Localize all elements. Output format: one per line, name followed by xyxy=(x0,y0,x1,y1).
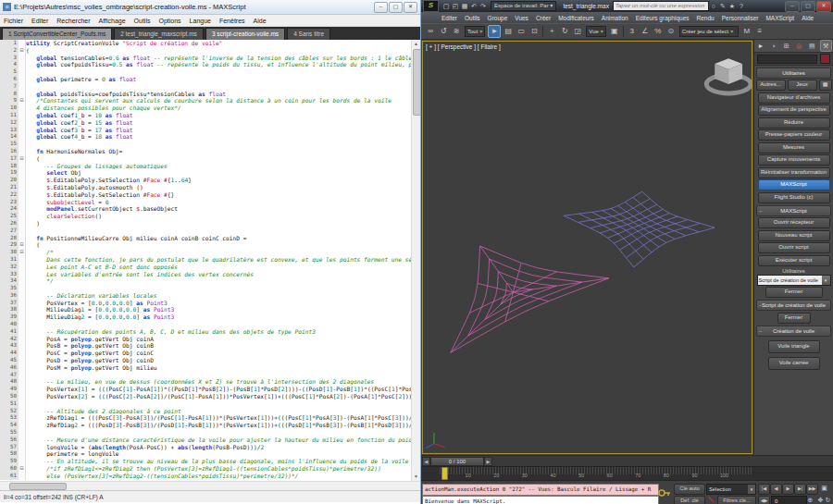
max-menu-item[interactable]: Personnaliser xyxy=(722,15,759,21)
code-line[interactable]: 26 ) xyxy=(0,220,420,227)
code-line[interactable]: 18 -- Groupes de lissages automatiques xyxy=(0,163,420,170)
pencil-icon[interactable]: ✎ xyxy=(718,3,727,10)
help-icon[interactable]: ? xyxy=(737,3,746,9)
code-line[interactable]: 39 MilieuDiag2 = [0.0,0.0,0.0] as Point3 xyxy=(0,313,420,321)
window-crossing-icon[interactable]: ⊡ xyxy=(528,26,540,37)
editor-menu-item[interactable]: Aide xyxy=(254,18,267,24)
max-menu-item[interactable]: MAXScript xyxy=(765,15,794,21)
sail-button-voile-carr-e[interactable]: Voile carrée xyxy=(768,357,820,370)
editor-tab[interactable]: 3 script-creation-voile.ms xyxy=(205,28,285,40)
code-line[interactable]: 9⊟ /*Constantes qui servent aux calculs … xyxy=(0,97,420,104)
rollout-header[interactable]: −MAXScript xyxy=(756,205,831,216)
code-line[interactable]: 56 -- Mesure d'une distance caractéristi… xyxy=(0,436,420,444)
named-selection-dropdown[interactable]: Créer jeu de sélect▾ xyxy=(679,26,739,37)
collapse-icon[interactable]: − xyxy=(759,206,763,215)
code-line[interactable]: 47 xyxy=(0,372,420,379)
code-line[interactable]: 20 $.EditablePoly.SetSelection #Face #{1… xyxy=(0,177,420,184)
code-line[interactable]: 44 PosC = polyop.getVert Obj coinC xyxy=(0,350,420,357)
redo-icon[interactable]: ↷ xyxy=(479,3,488,10)
square-sail-wireframe[interactable] xyxy=(564,191,715,267)
key-filters-button[interactable]: Filtres clé... xyxy=(717,496,756,504)
scale-icon[interactable]: ◲ xyxy=(572,26,583,37)
code-line[interactable]: 34 */ xyxy=(0,277,420,285)
vertical-scroll-thumb[interactable] xyxy=(413,49,420,116)
code-line[interactable]: 23 subobjectLevel = 0 xyxy=(0,199,420,206)
max-titlebar[interactable]: S ▢ ◰ ▦ ↶ ↷ Espace de travail: Par ▾ tes… xyxy=(421,0,833,12)
current-frame-field[interactable]: 0 xyxy=(771,496,807,504)
editor-menu-item[interactable]: Rechercher xyxy=(56,18,90,24)
code-line[interactable]: 48 -- Le milieu, en vue de dessus (coord… xyxy=(0,378,420,386)
editor-menu-item[interactable]: Options xyxy=(158,18,180,24)
code-line[interactable]: 29⊟ ( xyxy=(0,241,420,249)
max-menu-item[interactable]: Editer xyxy=(441,15,457,21)
code-line[interactable]: 2⊟( xyxy=(0,47,420,55)
angle-snap-icon[interactable]: ∠ xyxy=(640,26,651,37)
rollout-header[interactable]: −Script de création de voile xyxy=(756,300,831,311)
maxscript-button[interactable]: Exécuter script xyxy=(758,255,830,266)
close-utility-button[interactable]: Fermer xyxy=(765,287,823,298)
move-icon[interactable]: + xyxy=(546,26,557,37)
rect-selection-icon[interactable]: ▭ xyxy=(516,26,527,37)
maxscript-mini-listener-line1[interactable]: actionMan.executeAction 0 "272" -- Vues:… xyxy=(422,484,659,496)
code-line[interactable]: 57 longVoile = (abs(length(PosA-PosC)) +… xyxy=(0,444,420,451)
code-line[interactable]: 61 else (PosVertex[3]=zRefDiag2-((tensio… xyxy=(0,473,420,480)
max-menu-item[interactable]: Créer xyxy=(536,15,551,21)
utility-button-flight-studio-c-[interactable]: Flight Studio (c) xyxy=(758,192,830,203)
code-line[interactable]: 55 xyxy=(0,429,420,436)
utility-button-maxscript[interactable]: MAXScript xyxy=(758,179,830,191)
editor-menu-item[interactable]: Outils xyxy=(134,18,151,24)
max-menu-item[interactable]: Modificateurs xyxy=(558,15,594,21)
editor-restore-button[interactable]: ▢ xyxy=(389,2,403,13)
code-line[interactable]: 60⊟ /*if zRefDiag1<=zRefDiag2 then (PosV… xyxy=(0,465,420,473)
scroll-up-icon[interactable]: ▲ xyxy=(412,40,420,48)
maxscript-mini-listener-line2[interactable]: Bienvenue dans MAXScript. xyxy=(422,496,659,504)
rollout-header[interactable]: −Création de voile xyxy=(756,326,831,337)
editor-menu-item[interactable]: Langue xyxy=(190,18,211,24)
code-line[interactable]: 51 xyxy=(0,400,420,408)
code-line[interactable]: 15 xyxy=(0,141,420,148)
star-icon[interactable]: ★ xyxy=(727,3,737,10)
code-line[interactable]: 5 xyxy=(0,68,420,76)
zoom-icon[interactable]: ⊕ xyxy=(805,496,815,504)
utility-button-alignement-de-perspective[interactable]: Alignement de perspective xyxy=(758,104,830,116)
key-filters-slash-icon[interactable]: ⟍ xyxy=(706,496,715,504)
code-line[interactable]: 53 zRefDiag1 = (((PosC[3]-PosA[3])/(PosC… xyxy=(0,414,420,422)
time-slider-button[interactable]: 0 / 100 xyxy=(430,457,484,466)
code-line[interactable]: 11 global coef1_b = 10 as float xyxy=(0,112,420,119)
set-key-button[interactable]: Déf. clé xyxy=(674,496,705,504)
code-line[interactable]: 25 clearSelection() xyxy=(0,213,420,220)
code-line[interactable]: 22 $.EditablePoly.SetSelection #Face #{} xyxy=(0,191,420,199)
code-line[interactable]: 52 -- Altitude des 2 diagonales à ce poi… xyxy=(0,408,420,415)
code-line[interactable]: 58 perimetre = longVoile xyxy=(0,450,420,458)
maxscript-button[interactable]: Ouvrir script xyxy=(758,242,830,253)
max-minimize-button[interactable]: – xyxy=(785,1,800,12)
workspace-dropdown[interactable]: Espace de travail: Par ▾ xyxy=(491,1,556,11)
tab-display-icon[interactable]: ▤ xyxy=(807,41,817,51)
close-script-button[interactable]: Fermer xyxy=(777,313,811,324)
code-line[interactable]: 37 PosVertex = [0.0,0.0,0.0] as Point3 xyxy=(0,300,420,307)
code-line[interactable]: 6 global perimetre = 0 as float xyxy=(0,76,420,83)
spinner-snap-icon[interactable]: ⊙ xyxy=(665,26,677,37)
isolate-icon[interactable]: ▣ xyxy=(819,484,829,493)
code-line[interactable]: 19 select Obj xyxy=(0,169,420,177)
percent-snap-icon[interactable]: % xyxy=(653,26,664,37)
editor-minimize-button[interactable]: – xyxy=(374,2,388,13)
editor-menu-item[interactable]: Fenêtres xyxy=(219,18,245,24)
triangle-sail-wireframe[interactable] xyxy=(451,246,609,352)
max-menu-item[interactable]: Rendu xyxy=(697,15,715,21)
perspective-viewport[interactable]: [ + ] [ Perspective ] [ Filaire ] xyxy=(422,41,752,454)
editor-menu-item[interactable]: Affichage xyxy=(99,18,126,24)
utility-button-mesures[interactable]: Mesures xyxy=(758,142,830,154)
utility-config-icon[interactable]: ▦ xyxy=(819,80,832,91)
next-frame-icon[interactable]: ▶| xyxy=(794,484,806,495)
max-close-button[interactable]: ✕ xyxy=(816,1,831,12)
editor-horizontal-scrollbar[interactable] xyxy=(0,481,420,490)
unlink-icon[interactable]: ↺ xyxy=(438,26,449,37)
select-link-icon[interactable]: ∞ xyxy=(425,26,436,37)
max-menu-item[interactable]: Editeurs graphiques xyxy=(636,15,690,21)
code-line[interactable]: 28 fn PositionneMilieuCarre Obj milieu c… xyxy=(0,235,420,242)
collapse-icon[interactable]: − xyxy=(759,301,763,310)
select-by-name-icon[interactable]: ▤ xyxy=(503,26,514,37)
code-line[interactable]: 46 PosM = polyop.getVert Obj milieu xyxy=(0,364,420,372)
code-line[interactable]: 38 MilieuDiag1 = [0.0,0.0,0.0] as Point3 xyxy=(0,306,420,313)
